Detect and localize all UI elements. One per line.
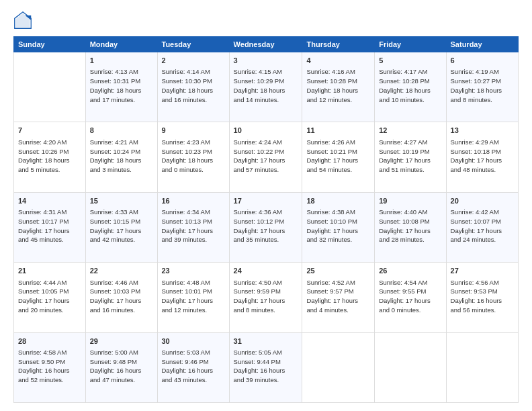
day-number: 29 — [90, 336, 153, 347]
day-info: Sunrise: 4:14 AM Sunset: 10:30 PM Daylig… — [162, 67, 225, 104]
page: SundayMondayTuesdayWednesdayThursdayFrid… — [0, 0, 532, 411]
day-number: 5 — [379, 56, 441, 66]
svg-marker-0 — [16, 13, 30, 28]
day-number: 1 — [90, 56, 153, 66]
week-row-4: 28Sunrise: 4:58 AM Sunset: 9:50 PM Dayli… — [14, 332, 519, 402]
day-cell: 7Sunrise: 4:20 AM Sunset: 10:26 PM Dayli… — [14, 122, 86, 192]
day-info: Sunrise: 4:48 AM Sunset: 10:01 PM Daylig… — [162, 278, 225, 315]
week-row-1: 7Sunrise: 4:20 AM Sunset: 10:26 PM Dayli… — [14, 122, 519, 192]
day-number: 14 — [18, 196, 81, 206]
day-info: Sunrise: 4:44 AM Sunset: 10:05 PM Daylig… — [18, 278, 81, 315]
day-number: 11 — [306, 126, 370, 136]
day-cell: 22Sunrise: 4:46 AM Sunset: 10:03 PM Dayl… — [85, 263, 157, 332]
day-cell — [446, 332, 518, 402]
day-number: 28 — [18, 336, 81, 347]
day-cell: 28Sunrise: 4:58 AM Sunset: 9:50 PM Dayli… — [14, 332, 86, 402]
day-info: Sunrise: 4:58 AM Sunset: 9:50 PM Dayligh… — [18, 348, 81, 385]
day-cell: 24Sunrise: 4:50 AM Sunset: 9:59 PM Dayli… — [229, 263, 302, 332]
day-number: 8 — [90, 126, 153, 136]
week-row-2: 14Sunrise: 4:31 AM Sunset: 10:17 PM Dayl… — [14, 192, 519, 262]
day-number: 21 — [18, 266, 81, 276]
day-number: 31 — [234, 336, 298, 347]
day-cell: 11Sunrise: 4:26 AM Sunset: 10:21 PM Dayl… — [302, 122, 375, 192]
day-info: Sunrise: 4:36 AM Sunset: 10:12 PM Daylig… — [234, 208, 298, 244]
day-cell: 9Sunrise: 4:23 AM Sunset: 10:23 PM Dayli… — [157, 122, 229, 192]
day-number: 17 — [234, 196, 298, 206]
weekday-header-thursday: Thursday — [302, 37, 375, 52]
week-row-0: 1Sunrise: 4:13 AM Sunset: 10:31 PM Dayli… — [14, 52, 519, 122]
day-info: Sunrise: 5:00 AM Sunset: 9:48 PM Dayligh… — [90, 348, 153, 385]
day-number: 10 — [234, 126, 298, 136]
day-number: 18 — [306, 196, 370, 206]
day-cell: 4Sunrise: 4:16 AM Sunset: 10:28 PM Dayli… — [302, 52, 375, 122]
day-cell: 13Sunrise: 4:29 AM Sunset: 10:18 PM Dayl… — [446, 122, 518, 192]
day-number: 24 — [234, 266, 298, 276]
day-info: Sunrise: 4:29 AM Sunset: 10:18 PM Daylig… — [451, 138, 514, 175]
weekday-header-sunday: Sunday — [14, 37, 86, 52]
day-number: 9 — [162, 126, 225, 136]
day-cell: 6Sunrise: 4:19 AM Sunset: 10:27 PM Dayli… — [446, 52, 518, 122]
day-info: Sunrise: 4:50 AM Sunset: 9:59 PM Dayligh… — [234, 278, 298, 315]
day-info: Sunrise: 4:13 AM Sunset: 10:31 PM Daylig… — [90, 67, 153, 104]
day-info: Sunrise: 4:38 AM Sunset: 10:10 PM Daylig… — [306, 208, 370, 244]
day-number: 27 — [451, 266, 514, 276]
day-info: Sunrise: 4:17 AM Sunset: 10:28 PM Daylig… — [379, 67, 441, 104]
calendar-table: SundayMondayTuesdayWednesdayThursdayFrid… — [13, 36, 519, 403]
weekday-header-tuesday: Tuesday — [157, 37, 229, 52]
day-number: 15 — [90, 196, 153, 206]
day-cell: 29Sunrise: 5:00 AM Sunset: 9:48 PM Dayli… — [85, 332, 157, 402]
day-cell: 17Sunrise: 4:36 AM Sunset: 10:12 PM Dayl… — [229, 192, 302, 262]
day-info: Sunrise: 4:15 AM Sunset: 10:29 PM Daylig… — [234, 67, 298, 104]
weekday-header-monday: Monday — [85, 37, 157, 52]
day-info: Sunrise: 4:46 AM Sunset: 10:03 PM Daylig… — [90, 278, 153, 315]
weekday-header-row: SundayMondayTuesdayWednesdayThursdayFrid… — [14, 37, 519, 52]
day-cell — [302, 332, 375, 402]
day-cell: 26Sunrise: 4:54 AM Sunset: 9:55 PM Dayli… — [375, 263, 446, 332]
day-info: Sunrise: 4:24 AM Sunset: 10:22 PM Daylig… — [234, 138, 298, 175]
day-number: 4 — [306, 56, 370, 66]
day-cell — [14, 52, 86, 122]
day-info: Sunrise: 4:27 AM Sunset: 10:19 PM Daylig… — [379, 138, 441, 175]
day-cell: 27Sunrise: 4:56 AM Sunset: 9:53 PM Dayli… — [446, 263, 518, 332]
day-cell: 14Sunrise: 4:31 AM Sunset: 10:17 PM Dayl… — [14, 192, 86, 262]
day-info: Sunrise: 4:52 AM Sunset: 9:57 PM Dayligh… — [306, 278, 370, 315]
day-cell: 10Sunrise: 4:24 AM Sunset: 10:22 PM Dayl… — [229, 122, 302, 192]
day-info: Sunrise: 4:19 AM Sunset: 10:27 PM Daylig… — [451, 67, 514, 104]
day-cell: 25Sunrise: 4:52 AM Sunset: 9:57 PM Dayli… — [302, 263, 375, 332]
day-info: Sunrise: 4:34 AM Sunset: 10:13 PM Daylig… — [162, 208, 225, 244]
day-number: 22 — [90, 266, 153, 276]
day-number: 12 — [379, 126, 441, 136]
day-cell: 12Sunrise: 4:27 AM Sunset: 10:19 PM Dayl… — [375, 122, 446, 192]
header — [13, 11, 519, 30]
day-info: Sunrise: 4:16 AM Sunset: 10:28 PM Daylig… — [306, 67, 370, 104]
day-number: 7 — [18, 126, 81, 136]
weekday-header-friday: Friday — [375, 37, 446, 52]
day-info: Sunrise: 4:31 AM Sunset: 10:17 PM Daylig… — [18, 208, 81, 244]
day-cell: 30Sunrise: 5:03 AM Sunset: 9:46 PM Dayli… — [157, 332, 229, 402]
day-cell: 2Sunrise: 4:14 AM Sunset: 10:30 PM Dayli… — [157, 52, 229, 122]
weekday-header-wednesday: Wednesday — [229, 37, 302, 52]
day-info: Sunrise: 5:05 AM Sunset: 9:44 PM Dayligh… — [234, 348, 298, 385]
day-cell: 18Sunrise: 4:38 AM Sunset: 10:10 PM Dayl… — [302, 192, 375, 262]
day-cell: 1Sunrise: 4:13 AM Sunset: 10:31 PM Dayli… — [85, 52, 157, 122]
day-cell — [375, 332, 446, 402]
day-info: Sunrise: 4:33 AM Sunset: 10:15 PM Daylig… — [90, 208, 153, 244]
day-number: 23 — [162, 266, 225, 276]
day-cell: 21Sunrise: 4:44 AM Sunset: 10:05 PM Dayl… — [14, 263, 86, 332]
day-number: 26 — [379, 266, 441, 276]
weekday-header-saturday: Saturday — [446, 37, 518, 52]
day-cell: 31Sunrise: 5:05 AM Sunset: 9:44 PM Dayli… — [229, 332, 302, 402]
week-row-3: 21Sunrise: 4:44 AM Sunset: 10:05 PM Dayl… — [14, 263, 519, 332]
day-cell: 3Sunrise: 4:15 AM Sunset: 10:29 PM Dayli… — [229, 52, 302, 122]
day-info: Sunrise: 4:26 AM Sunset: 10:21 PM Daylig… — [306, 138, 370, 175]
day-cell: 5Sunrise: 4:17 AM Sunset: 10:28 PM Dayli… — [375, 52, 446, 122]
logo-icon — [13, 11, 32, 30]
day-number: 2 — [162, 56, 225, 66]
day-cell: 16Sunrise: 4:34 AM Sunset: 10:13 PM Dayl… — [157, 192, 229, 262]
day-number: 3 — [234, 56, 298, 66]
day-info: Sunrise: 4:20 AM Sunset: 10:26 PM Daylig… — [18, 138, 81, 175]
day-number: 20 — [451, 196, 514, 206]
day-number: 13 — [451, 126, 514, 136]
day-number: 19 — [379, 196, 441, 206]
day-cell: 15Sunrise: 4:33 AM Sunset: 10:15 PM Dayl… — [85, 192, 157, 262]
